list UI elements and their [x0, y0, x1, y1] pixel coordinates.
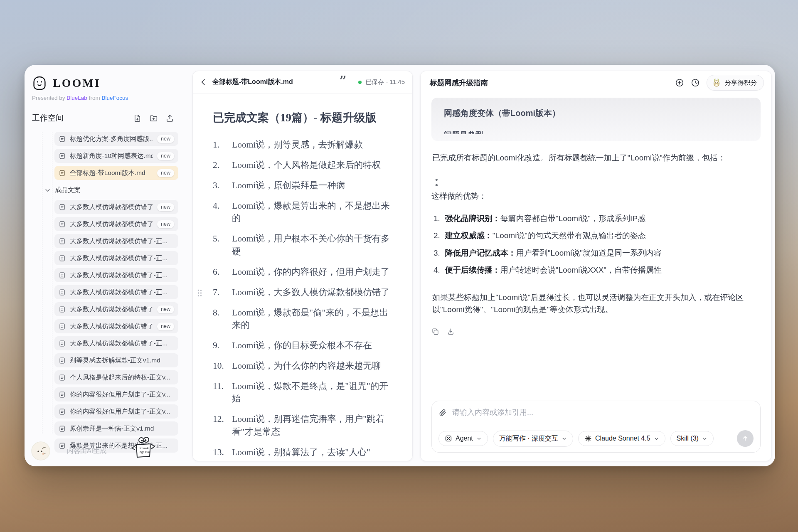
title-list-item: 13. Loomi说，别猜算法了，去读"人心" — [213, 446, 397, 458]
list-number: 1. — [213, 138, 232, 151]
file-name: 大多数人模仿爆款都模仿错了-正... — [70, 288, 174, 297]
file-tree-item[interactable]: 全部标题-带Loomi版本.md new — [54, 166, 178, 180]
file-name: 大多数人模仿爆款都模仿错了-正... — [70, 254, 174, 263]
file-tree-item[interactable]: 大多数人模仿爆款都模仿错了-正... — [54, 285, 178, 299]
composer-option-pill[interactable]: Skill (3) — [670, 431, 714, 446]
document-icon — [59, 323, 66, 330]
list-number: 10. — [213, 360, 232, 372]
title-list-item: 3. Loomi说，原创崇拜是一种病 — [213, 179, 397, 192]
file-tree-item[interactable]: 大多数人模仿爆款都模仿错了... new — [54, 200, 178, 214]
file-tree: 标题优化方案-多角度网感版.... new 标题新角度-10种网感表达.md n… — [30, 132, 192, 458]
document-icon — [59, 357, 66, 364]
chevron-down-icon — [562, 436, 567, 441]
file-tree-item[interactable]: 原创崇拜是一种病-正文v1.md — [54, 421, 178, 436]
file-name: 大多数人模仿爆款都模仿错了... — [70, 322, 153, 331]
download-icon[interactable] — [447, 328, 455, 335]
copy-icon[interactable] — [431, 328, 439, 335]
title-list-item: 4. Loomi说，爆款是算出来的，不是想出来的 — [213, 200, 397, 224]
list-text: Loomi说，个人风格是做起来后的特权 — [232, 159, 397, 171]
loomi-ghost-logo-icon — [31, 76, 48, 91]
list-number: 12. — [213, 413, 232, 438]
document-title: 全部标题-带Loomi版本.md — [212, 78, 293, 86]
list-number: 8. — [213, 306, 232, 331]
ai-generated-note: 内容由AI生成 — [67, 447, 106, 456]
title-list-item: 10. Loomi说，为什么你的内容越来越无聊 — [213, 360, 397, 372]
file-tree-item[interactable]: 你的内容很好但用户划走了-正文v... — [54, 404, 178, 419]
list-text: Loomi说，原创崇拜是一种病 — [232, 179, 397, 192]
svg-text:dge Box: dge Box — [140, 451, 150, 454]
upload-icon[interactable] — [165, 114, 174, 123]
composer-option-pill[interactable]: 万能写作 · 深度交互 — [493, 431, 573, 447]
workspace-header: 工作空间 — [32, 113, 174, 123]
list-number: 3. — [213, 179, 232, 192]
file-tree-item[interactable]: 个人风格是做起来后的特权-正文v... — [54, 370, 178, 384]
bluefocus-link[interactable]: BlueFocus — [101, 95, 128, 101]
drag-handle-icon[interactable] — [197, 288, 202, 300]
file-tree-item[interactable]: 大多数人模仿爆款都模仿错了-正... — [54, 251, 178, 265]
document-icon — [59, 204, 66, 211]
sidebar-footer: 内容由AI生成 Knowle dge Box — [31, 440, 192, 462]
bluelab-link[interactable]: BlueLab — [66, 95, 87, 101]
new-file-icon[interactable] — [133, 114, 142, 123]
file-tree-item[interactable]: 大多数人模仿爆款都模仿错了... new — [54, 319, 178, 333]
new-chat-icon[interactable] — [675, 78, 684, 87]
document-icon — [59, 153, 66, 160]
message-input[interactable] — [452, 408, 754, 417]
file-tree-item[interactable]: 大多数人模仿爆款都模仿错了-正... — [54, 336, 178, 350]
file-tree-item[interactable]: 大多数人模仿爆款都模仿错了-正... — [54, 268, 178, 282]
composer-option-pill[interactable]: Claude Sonnet 4.5 — [578, 431, 665, 446]
chevron-down-icon — [702, 436, 707, 441]
document-icon — [59, 408, 66, 415]
list-text: Loomi说，别再迷信完播率，用户"跳着看"才是常态 — [232, 413, 397, 438]
back-button[interactable] — [200, 78, 207, 86]
file-name: 大多数人模仿爆款都模仿错了... — [70, 305, 153, 314]
title-list-item: 1. Loomi说，别等灵感，去拆解爆款 — [213, 138, 397, 151]
file-tree-item[interactable]: 标题新角度-10种网感表达.md new — [54, 149, 178, 163]
quote-icon[interactable]: ” — [339, 79, 345, 86]
composer-option-pill[interactable]: Agent — [438, 431, 488, 446]
list-number: 7. — [213, 286, 232, 298]
file-tree-item[interactable]: 成品文案 — [40, 183, 178, 197]
document-preview-card[interactable]: 网感角度变体（带Loomi版本） 问题是典型 — [431, 98, 761, 141]
new-badge: new — [157, 323, 174, 330]
list-number: 6. — [213, 266, 232, 278]
share-points-button[interactable]: 分享得积分 — [707, 75, 764, 91]
new-badge: new — [157, 220, 174, 228]
title-list-item: 12. Loomi说，别再迷信完播率，用户"跳着看"才是常态 — [213, 413, 397, 438]
new-folder-icon[interactable] — [149, 114, 158, 123]
send-button[interactable] — [737, 430, 754, 447]
workspace-title: 工作空间 — [32, 113, 64, 123]
file-name: 标题新角度-10种网感表达.md — [70, 152, 153, 160]
file-tree-item[interactable]: 大多数人模仿爆款都模仿错了... new — [54, 217, 178, 231]
title-list-item: 8. Loomi说，爆款都是"偷"来的，不是想出来的 — [213, 306, 397, 331]
file-tree-item[interactable]: 别等灵感去拆解爆款-正文v1.md — [54, 353, 178, 367]
list-number: 9. — [213, 339, 232, 352]
history-icon[interactable] — [691, 78, 700, 87]
list-number: 5. — [213, 232, 232, 257]
list-text: Loomi说，你的目标受众根本不存在 — [232, 339, 397, 352]
list-text: Loomi说，爆款都是"偷"来的，不是想出来的 — [232, 306, 397, 331]
file-tree-item[interactable]: 大多数人模仿爆款都模仿错了... new — [54, 302, 178, 316]
avatar[interactable] — [31, 441, 50, 461]
bee-mascot-icon — [712, 78, 721, 87]
document-icon — [59, 374, 66, 381]
advantage-item: 1.强化品牌识别：每篇内容都自带"Loomi说"，形成系列IP感 — [431, 212, 761, 224]
message-actions — [431, 328, 761, 335]
file-name: 个人风格是做起来后的特权-正文v... — [70, 373, 174, 382]
attach-icon[interactable] — [438, 409, 447, 417]
assistant-body: 网感角度变体（带Loomi版本） 问题是典型 已完成所有标题的Loomi化改造。… — [421, 94, 771, 461]
document-icon — [59, 221, 66, 228]
document-body[interactable]: 已完成文案（19篇）- 标题升级版 1. Loomi说，别等灵感，去拆解爆款 2… — [193, 94, 412, 461]
file-name: 大多数人模仿爆款都模仿错了-正... — [70, 237, 174, 246]
file-name: 大多数人模仿爆款都模仿错了... — [70, 203, 153, 212]
advantages-list: 1.强化品牌识别：每篇内容都自带"Loomi说"，形成系列IP感2.建立权威感：… — [431, 212, 761, 281]
file-tree-item[interactable]: 你的内容很好但用户划走了-正文v... — [54, 387, 178, 401]
document-icon — [59, 135, 66, 143]
preview-clipped-heading: 问题是典型 — [444, 130, 748, 134]
file-tree-item[interactable]: 大多数人模仿爆款都模仿错了-正... — [54, 234, 178, 248]
brand-tagline: Presented by BlueLab from BlueFocus — [32, 95, 192, 101]
file-tree-item[interactable]: 标题优化方案-多角度网感版.... new — [54, 132, 178, 146]
new-badge: new — [157, 169, 174, 177]
preview-heading: 网感角度变体（带Loomi版本） — [444, 108, 748, 119]
new-badge: new — [157, 135, 174, 143]
